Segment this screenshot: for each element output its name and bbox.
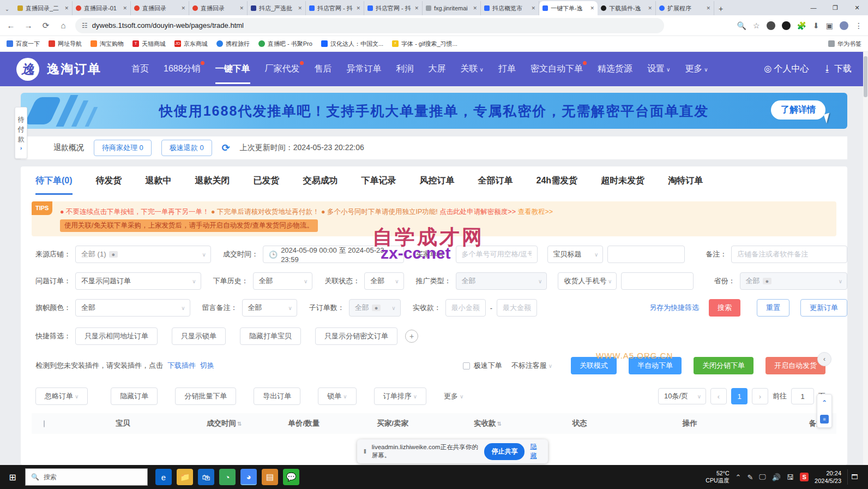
refresh-icon[interactable]: ⟳ <box>40 21 51 31</box>
decrypt-quota-link[interactable]: 点击此处申请解密额度>> <box>439 208 516 216</box>
pen-icon[interactable]: ✎ <box>747 473 753 481</box>
extension-icon[interactable] <box>782 21 791 30</box>
bookmark-item[interactable]: ⚡字体 - gif搜索_习惯... <box>392 40 457 48</box>
close-button[interactable]: ✕ <box>846 0 868 15</box>
shop-select[interactable]: 全部 (1)●∨ <box>75 246 211 263</box>
col-paid[interactable]: 实收款⇅ <box>474 419 502 428</box>
address-bar[interactable]: ☷ dywebs.1tsoft.com/douyin-web/pages/tra… <box>75 18 664 33</box>
locked-only-filter-button[interactable]: 只显示锁单 <box>172 327 226 345</box>
cs-mark-select[interactable]: 不标注客服∨ <box>511 361 552 371</box>
tray-expand-icon[interactable]: ⌃ <box>735 473 741 481</box>
tab-all-orders[interactable]: 全部订单 <box>478 175 513 195</box>
browser-tab[interactable]: 直播回录✕ <box>131 1 189 15</box>
display-icon[interactable]: 🖵 <box>759 473 766 481</box>
bookmark-item[interactable]: 百度一下 <box>7 40 40 48</box>
tab-close-icon[interactable]: ✕ <box>414 5 419 11</box>
stop-sharing-button[interactable]: 停止共享 <box>484 443 525 460</box>
tab-risk-orders[interactable]: 风控订单 <box>420 175 455 195</box>
receiver-phone-select[interactable]: 收货人手机号∨ <box>558 272 617 290</box>
bookmark-item[interactable]: 网址导航 <box>49 40 82 48</box>
lock-order-button[interactable]: 锁单∨ <box>318 387 356 405</box>
tab-close-icon[interactable]: ✕ <box>590 5 594 11</box>
menu-dots-icon[interactable]: ⋮ <box>855 21 863 30</box>
order-sort-button[interactable]: 订单排序∨ <box>374 387 426 405</box>
relate-status-select[interactable]: 全部∨ <box>364 272 403 290</box>
service-icon[interactable]: ≡ <box>820 415 829 424</box>
nav-item-print[interactable]: 打单 <box>498 63 516 75</box>
volume-icon[interactable]: 🔊 <box>772 473 781 481</box>
edge-icon[interactable]: e <box>155 469 172 485</box>
export-order-button[interactable]: 导出订单 <box>254 387 300 405</box>
browser-tab[interactable]: 抖店官网 - 抖✕ <box>306 1 364 15</box>
title-type-select[interactable]: 宝贝标题∨ <box>547 246 604 263</box>
restore-button[interactable]: ❐ <box>824 0 846 15</box>
back-icon[interactable]: ← <box>5 21 16 30</box>
extensions-puzzle-icon[interactable]: 🧩 <box>797 21 806 30</box>
page-scrollbar[interactable] <box>863 52 868 465</box>
search-button[interactable]: 搜索 <box>709 299 740 317</box>
browser-tab[interactable]: 抖店官网 - 抖✕ <box>364 1 423 15</box>
collapse-panel-button[interactable]: ‹ <box>817 352 831 366</box>
fx-batch-order-button[interactable]: 分销批量下单 <box>175 387 236 405</box>
nav-item-bigscreen[interactable]: 大屏 <box>429 63 446 75</box>
browser-tab[interactable]: 直播回录-01✕ <box>73 1 131 15</box>
banner-detail-button[interactable]: 了解详情 <box>771 100 825 120</box>
tutorial-link[interactable]: 查看教程>> <box>517 208 553 216</box>
promo-type-select[interactable]: 全部∨ <box>456 272 547 290</box>
tab-to-ship[interactable]: 待发货 <box>96 175 122 195</box>
tampermonkey-icon[interactable] <box>767 21 775 30</box>
tab-close-icon[interactable]: ✕ <box>298 5 302 11</box>
chrome-active-icon[interactable]: ◕ <box>240 469 257 485</box>
nav-item-sources[interactable]: 精选货源 <box>598 63 632 75</box>
prev-page-button[interactable]: ‹ <box>710 388 727 404</box>
nav-item-home[interactable]: 首页 <box>131 63 149 75</box>
tab-close-icon[interactable]: ✕ <box>706 5 710 11</box>
tab-close-icon[interactable]: ✕ <box>648 5 652 11</box>
tab-close-icon[interactable]: ✕ <box>181 5 185 11</box>
nav-item-factory-ship[interactable]: 厂家代发 <box>265 63 300 75</box>
minimize-button[interactable]: — <box>803 0 824 15</box>
file-explorer-icon[interactable]: 📁 <box>177 469 193 485</box>
browser-tab-active[interactable]: 一键下单-逸✕ <box>539 1 598 15</box>
usb-icon[interactable]: 🖫 <box>787 473 794 481</box>
same-address-filter-button[interactable]: 只显示相同地址订单 <box>75 327 158 345</box>
tab-pending-order[interactable]: 待下单(0) <box>35 175 73 195</box>
home-icon[interactable]: ⌂ <box>58 21 69 30</box>
nav-item-aftersale[interactable]: 售后 <box>315 63 332 75</box>
browser-tab[interactable]: 直播回录✕ <box>189 1 248 15</box>
pending-payment-side-tab[interactable]: 待 付 款 › <box>15 107 27 159</box>
bookmark-star-icon[interactable]: ☆ <box>753 21 760 30</box>
bookmark-item[interactable]: 直播吧 - 书聚Pro <box>258 40 312 48</box>
start-button[interactable]: ⊞ <box>0 472 25 482</box>
scrollbar-thumb[interactable] <box>864 56 867 97</box>
zoom-icon[interactable]: 🔍 <box>737 21 746 30</box>
per-page-select[interactable]: 10条/页∨ <box>658 388 706 404</box>
flag-color-select[interactable]: 全部∨ <box>75 299 190 317</box>
downloads-icon[interactable]: ⬇ <box>813 21 819 30</box>
forward-icon[interactable]: → <box>23 21 34 30</box>
tab-search-icon[interactable]: ⌄ <box>0 2 14 15</box>
auto-ship-button[interactable]: 开启自动发货 <box>765 357 825 374</box>
province-select[interactable]: 全部●∨ <box>740 272 847 290</box>
bookmarks-folder[interactable]: 华为书签 <box>828 40 861 48</box>
new-tab-button[interactable]: + <box>714 2 727 15</box>
tab-close-icon[interactable]: ✕ <box>123 5 127 11</box>
tab-close-icon[interactable]: ✕ <box>531 5 535 11</box>
hide-share-bar-link[interactable]: 隐藏 <box>530 442 541 461</box>
browser-tab[interactable]: 下载插件-逸✕ <box>598 1 656 15</box>
nav-item-abnormal[interactable]: 异常订单 <box>347 63 382 75</box>
taskbar-clock[interactable]: 20:242024/5/23 <box>815 469 841 485</box>
tab-close-icon[interactable]: ✕ <box>64 5 69 11</box>
download-plugin-link[interactable]: 下载插件 <box>167 361 196 371</box>
order-history-select[interactable]: 全部∨ <box>253 272 313 290</box>
sort-icon[interactable]: ⇅ <box>497 421 501 427</box>
min-amount-input[interactable]: 最小金额 <box>445 299 486 317</box>
hide-order-button[interactable]: 隐藏订单 <box>111 387 158 405</box>
tab-order-history[interactable]: 下单记录 <box>361 175 396 195</box>
merchant-pending-button[interactable]: 待商家处理 0 <box>94 140 152 156</box>
more-button[interactable]: 更多∨ <box>444 391 463 401</box>
floating-widget[interactable]: ⌃ ≡ <box>817 394 832 428</box>
tab-overdue[interactable]: 超时未发货 <box>601 175 644 195</box>
problem-order-select[interactable]: 不显示问题订单∨ <box>75 272 201 290</box>
tab-refund-closed[interactable]: 退款关闭 <box>195 175 230 195</box>
